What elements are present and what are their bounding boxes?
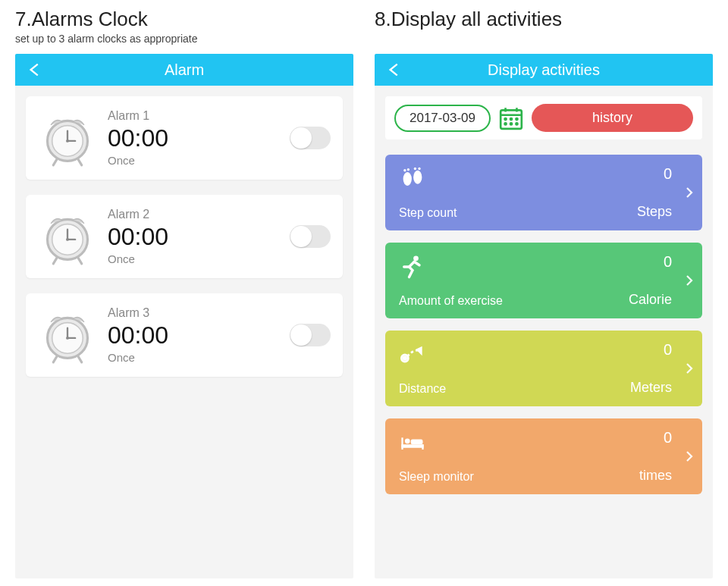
activity-unit: times (639, 468, 672, 484)
clock-icon (38, 306, 97, 365)
svg-point-22 (504, 123, 506, 124)
svg-point-4 (66, 139, 69, 143)
chevron-right-icon (682, 186, 696, 199)
activity-card[interactable]: Amount of exercise 0 Calorie (385, 243, 702, 318)
svg-point-19 (504, 118, 506, 120)
bed-icon (399, 429, 426, 456)
alarm-time: 00:00 (108, 124, 279, 152)
route-icon (399, 341, 426, 368)
chevron-right-icon (682, 274, 696, 287)
alarm-name: Alarm 2 (108, 208, 279, 221)
feet-icon (399, 165, 426, 193)
alarm-time: 00:00 (108, 223, 279, 251)
alarm-frequency: Once (108, 252, 279, 265)
activity-value: 0 (664, 165, 672, 183)
svg-point-9 (66, 238, 69, 241)
svg-point-30 (418, 168, 420, 170)
svg-point-28 (407, 168, 410, 171)
alarm-toggle[interactable] (290, 127, 331, 149)
activity-value: 0 (664, 253, 672, 271)
date-row: 2017-03-09 history (385, 96, 702, 139)
activity-value: 0 (664, 429, 672, 447)
svg-rect-35 (401, 437, 403, 450)
svg-point-29 (414, 168, 416, 170)
alarm-card[interactable]: Alarm 3 00:00 Once (26, 293, 343, 377)
alarm-info: Alarm 1 00:00 Once (108, 109, 279, 167)
activity-unit: Calorie (629, 292, 672, 308)
alarm-name: Alarm 1 (108, 109, 279, 123)
alarm-info: Alarm 2 00:00 Once (108, 208, 279, 265)
svg-rect-38 (411, 440, 423, 445)
runner-icon (399, 253, 426, 280)
svg-point-14 (66, 337, 69, 340)
alarm-card[interactable]: Alarm 1 00:00 Once (26, 96, 343, 180)
svg-rect-34 (401, 444, 423, 448)
svg-point-20 (510, 118, 512, 120)
alarm-name: Alarm 3 (108, 306, 279, 320)
activity-unit: Steps (637, 204, 672, 220)
back-arrow-icon[interactable] (27, 61, 44, 78)
alarm-screen: Alarm Alarm 1 00:00 Once Alarm 2 0 (15, 54, 353, 578)
alarm-toggle[interactable] (290, 225, 331, 248)
activity-value: 0 (664, 341, 672, 359)
svg-point-24 (516, 123, 517, 124)
svg-point-21 (516, 118, 517, 120)
calendar-icon[interactable] (498, 105, 524, 131)
clock-icon (38, 108, 97, 168)
clock-icon (38, 207, 97, 266)
screen-title: Alarm (15, 61, 353, 79)
alarm-frequency: Once (108, 154, 279, 167)
chevron-right-icon (682, 362, 696, 375)
alarm-info: Alarm 3 00:00 Once (108, 306, 279, 364)
section-alarms: 7.Alarms Clock set up to 3 alarm clocks … (15, 8, 353, 578)
svg-point-25 (403, 172, 412, 186)
activity-card[interactable]: Distance 0 Meters (385, 331, 702, 406)
activity-label: Step count (399, 206, 457, 220)
section-activities: 8.Display all activities Display activit… (375, 8, 713, 578)
alarm-time: 00:00 (108, 321, 279, 349)
svg-point-31 (413, 255, 419, 261)
history-button[interactable]: history (532, 104, 693, 132)
svg-rect-36 (422, 444, 423, 450)
alarm-toggle[interactable] (290, 324, 331, 346)
activity-unit: Meters (630, 380, 672, 396)
date-pill[interactable]: 2017-03-09 (394, 105, 491, 132)
chevron-right-icon (682, 450, 696, 463)
activity-label: Sleep monitor (399, 470, 474, 484)
activity-card[interactable]: Sleep monitor 0 times (385, 418, 702, 494)
section-subheading (375, 33, 713, 46)
svg-point-26 (413, 171, 422, 184)
screen-title: Display activities (375, 61, 713, 79)
alarm-frequency: Once (108, 351, 279, 364)
section-heading: 8.Display all activities (375, 8, 713, 31)
topbar: Display activities (375, 54, 713, 86)
activity-label: Distance (399, 382, 446, 396)
activity-label: Amount of exercise (399, 294, 503, 308)
back-arrow-icon[interactable] (387, 61, 403, 78)
svg-point-33 (403, 357, 406, 359)
svg-point-37 (405, 438, 410, 443)
svg-point-23 (510, 123, 512, 124)
activity-card[interactable]: Step count 0 Steps (385, 155, 702, 230)
svg-point-27 (403, 169, 406, 171)
activities-screen: Display activities 2017-03-09 history (375, 54, 713, 578)
section-heading: 7.Alarms Clock (15, 8, 353, 31)
section-subheading: set up to 3 alarm clocks as appropriate (15, 33, 353, 46)
topbar: Alarm (15, 54, 353, 86)
alarm-card[interactable]: Alarm 2 00:00 Once (26, 195, 343, 278)
